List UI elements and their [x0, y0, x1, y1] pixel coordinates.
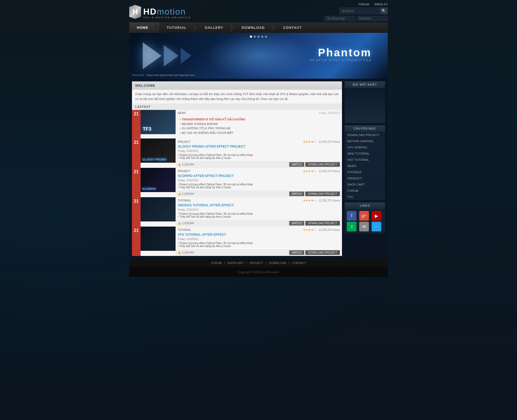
post-type-1: NEWS: [178, 112, 186, 114]
news-link-4[interactable]: AE CS6 VÀ NHỮNG ĐIỀU CHƯA BIẾT: [180, 131, 338, 135]
facebook-icon[interactable]: f: [347, 211, 357, 221]
watch-button-2[interactable]: WATCH: [289, 162, 304, 167]
watch-button-5[interactable]: WATCH: [289, 250, 304, 255]
footer-project-link[interactable]: PROJECT: [249, 261, 263, 265]
category-new-tutorial[interactable]: NEW TUTORIAL: [345, 151, 385, 157]
nav-link-contact[interactable]: CONTACT: [275, 22, 309, 33]
likes-2: 👍 1,233,644: [178, 163, 194, 166]
main-content: WELCOME Chào mừng các bạn đến với HDmoti…: [129, 79, 388, 259]
sidebar-latest-img: [345, 88, 385, 123]
post-thumb-2: GLOSSY PROMO: [141, 138, 176, 163]
logo-sub: VFX & MOTION GRAPHICS: [143, 16, 191, 19]
register-link[interactable]: ĐĂNG KÝ: [374, 3, 388, 6]
download-button-3[interactable]: DOWNLOAD PROJECT: [305, 192, 340, 196]
banner-glow: [207, 33, 310, 79]
post-thumb-5: [141, 227, 176, 251]
news-link-2[interactable]: BEHIND SCREEN AVATAR: [180, 122, 338, 126]
stars-5: ★★★★★: [303, 228, 316, 232]
nav-link-home[interactable]: HOME: [129, 22, 156, 33]
category-forum[interactable]: FORUM: [345, 188, 385, 194]
login-row: [324, 16, 388, 21]
nav-link-download[interactable]: DOWNLOAD: [234, 22, 272, 33]
googleplus-icon[interactable]: g+: [359, 211, 369, 221]
nav-item-download[interactable]: DOWNLOAD: [234, 22, 275, 33]
logo-brand: HDmotion: [143, 7, 191, 16]
post-item-news: 21 TF3 NEWS Friday, 3/16/2012: [132, 110, 342, 138]
views-5: 12,356,379 Views: [319, 228, 340, 231]
category-hot-tutorial[interactable]: HOT TUTORIAL: [345, 157, 385, 163]
post-actions-2: 👍 1,233,644 WATCH DOWNLOAD PROJECT: [176, 161, 342, 168]
nav-link-tutorial[interactable]: TUTORIAL: [159, 22, 194, 33]
post-bullets-3: Project sử dụng effect Optical Flare, 3D…: [178, 183, 340, 189]
forum-link[interactable]: FORUM: [358, 3, 369, 6]
footer-forum-link[interactable]: FORUM: [211, 261, 222, 265]
post-content-3: PROJECT ★★★★★ 12,356,578 Views SCORPIO A…: [176, 168, 342, 197]
lastest-bar: LASTEST: [132, 103, 342, 110]
category-news[interactable]: NEWS: [345, 163, 385, 169]
post-thumb-1: TF3: [141, 110, 176, 134]
twitter-icon[interactable]: 🐦: [372, 222, 381, 231]
download-button-5[interactable]: DOWNLOAD PROJECT: [305, 250, 340, 255]
post-bullets-5: Project sử dụng effect Optical Flare, 3D…: [178, 242, 340, 248]
footer-copyright: Copyright © 2012 by HDmotion: [129, 267, 388, 277]
download-button-2[interactable]: DOWNLOAD PROJECT: [305, 162, 340, 167]
logo-h-badge: H: [129, 5, 141, 19]
nav-item-home[interactable]: HOME: [129, 22, 159, 33]
watch-button-4[interactable]: WATCH: [289, 221, 304, 225]
welcome-text: Chào mừng các bạn đến với HDmotion, nơi …: [132, 90, 342, 103]
download-button-4[interactable]: DOWNLOAD PROJECT: [305, 221, 340, 225]
post-title-5: VFX TUTORIAL AFTER EFFECT: [178, 233, 340, 237]
news-link-3[interactable]: XU HƯỚNG TITLE PRO TRONG AE: [180, 126, 338, 131]
category-download-project[interactable]: DOWNLOAD PROJECT: [345, 132, 385, 138]
post-actions-5: 👍 1,233,644 WATCH DOWNLOAD PROJECT: [176, 249, 342, 256]
password-input[interactable]: [357, 16, 388, 21]
category-shop-cart[interactable]: SHOP CART: [345, 182, 385, 188]
search-input[interactable]: [340, 8, 380, 14]
category-tvc[interactable]: TVC: [345, 194, 385, 200]
logo-text: HDmotion VFX & MOTION GRAPHICS: [143, 7, 191, 19]
views-4: 12,356,379 Views: [319, 199, 340, 202]
username-input[interactable]: [324, 16, 355, 21]
category-footage[interactable]: FOOTAGE: [345, 169, 385, 175]
social-icons: f g+ ▶ ⇪ ✉ 🐦: [345, 209, 385, 234]
news-link-1[interactable]: TRANSFORMER III VỚI DÀN KỸ XẢO KHỦNG: [180, 117, 338, 122]
category-motion-graphic[interactable]: MOTION GRAPHIC: [345, 138, 385, 144]
banner: Phantom AN AFTER EFFECTS PROJECT FILE PH…: [129, 33, 388, 79]
banner-arrows: [143, 42, 191, 69]
category-product[interactable]: PRODUCT: [345, 175, 385, 182]
post-title-4: SMOKES TUTORIAL AFTER EFFECT: [178, 203, 340, 207]
search-button[interactable]: 🔍: [380, 8, 388, 14]
watch-button-3[interactable]: WATCH: [289, 192, 304, 196]
sidebar-category: CHUYÊN MỤC DOWNLOAD PROJECT MOTION GRAPH…: [345, 125, 385, 200]
post-date-5: 21: [132, 227, 141, 256]
post-content-4: TUTORIAL ★★★★★ 12,356,379 Views SMOKES T…: [176, 197, 342, 227]
banner-title-sub: AN AFTER EFFECTS PROJECT FILE: [310, 59, 372, 62]
nav-item-gallery[interactable]: GALLERY: [197, 22, 234, 33]
footer-download-link[interactable]: DOWNLOAD: [269, 261, 287, 265]
nav-item-contact[interactable]: CONTACT: [275, 22, 309, 33]
share-icon[interactable]: ⇪: [347, 222, 357, 231]
nav-link-gallery[interactable]: GALLERY: [197, 22, 231, 33]
header: H HDmotion VFX & MOTION GRAPHICS FORUM Đ…: [129, 0, 388, 22]
post-meta-1: NEWS Friday, 3/16/2012: [178, 112, 340, 114]
category-vfx-graphic[interactable]: VFX GRAPHIC: [345, 144, 385, 151]
youtube-icon[interactable]: ▶: [372, 211, 381, 221]
likes-4: 👍 1,233,644: [178, 222, 194, 225]
post-title-3: SCORPIO AFTER EFFECT PROJECT: [178, 174, 340, 178]
main-nav: HOME TUTORIAL GALLERY DOWNLOAD CONTACT: [129, 22, 388, 33]
category-list: DOWNLOAD PROJECT MOTION GRAPHIC VFX GRAP…: [345, 132, 385, 200]
sidebar-links-title: LINKS: [345, 202, 385, 209]
email-icon[interactable]: ✉: [359, 222, 369, 231]
post-item-glossy: 21 GLOSSY PROMO PROJECT ★★: [132, 138, 342, 168]
footer-shopcart-link[interactable]: SHOPCART: [227, 261, 244, 265]
post-thumb-4: [141, 197, 176, 221]
news-links: TRANSFORMER III VỚI DÀN KỸ XẢO KHỦNG BEH…: [178, 116, 340, 137]
right-column: BÀI MỚI NHẤT CHUYÊN MỤC DOWNLOAD PROJECT…: [345, 81, 385, 256]
post-date-1: 21: [132, 110, 141, 138]
nav-arrow: [230, 23, 234, 33]
post-type-5: TUTORIAL: [178, 228, 191, 231]
footer-contact-link[interactable]: CONTACT: [292, 261, 306, 265]
post-type-4: TUTORIAL: [178, 199, 191, 202]
header-right: FORUM ĐĂNG KÝ 🔍: [324, 3, 388, 21]
nav-item-tutorial[interactable]: TUTORIAL: [159, 22, 197, 33]
